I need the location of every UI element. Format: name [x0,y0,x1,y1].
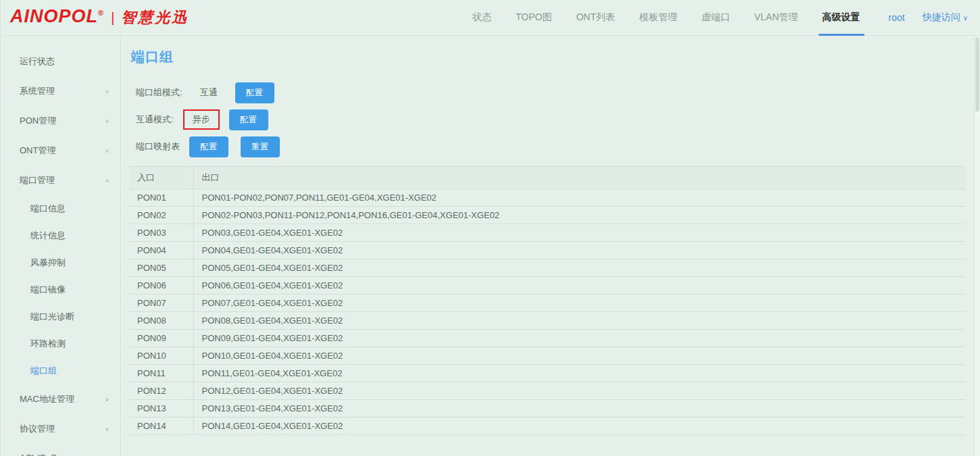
table-row: PON03 PON03,GE01-GE04,XGE01-XGE02 [129,224,965,242]
top-nav-tab-label: ONT列表 [576,11,615,24]
setting-label: 端口映射表 [136,141,180,153]
sidebar-item[interactable]: 端口镜像 [1,276,120,303]
sidebar-item-label: 端口镜像 [30,284,109,296]
top-nav-tab[interactable]: 高级设置 [823,0,860,36]
setting-value: 异步 [183,109,220,130]
sidebar-item[interactable]: ONT管理 ∨ [1,136,120,166]
top-nav-tab-label: 模板管理 [639,11,677,24]
table-row: PON12 PON12,GE01-GE04,XGE01-XGE02 [129,382,965,400]
sidebar-item[interactable]: 统计信息 [1,222,120,249]
ingress-port-cell: PON07 [129,295,193,312]
chevron-icon: ∨ [105,118,109,124]
table-row: PON14 PON14,GE01-GE04,XGE01-XGE02 [129,417,965,435]
sidebar-item[interactable]: 系统管理 ∨ [1,76,120,106]
logo-divider: | [111,10,114,26]
top-nav-tab-label: 虚端口 [702,11,730,24]
setting-actions: 配置重置 [189,136,292,157]
page-title: 端口组 [131,48,965,66]
table-header-row: 入口 出口 [129,167,965,189]
port-mapping-table: 入口 出口 PON01 PON01-PON02,PON07,PON11,GE01… [129,166,965,435]
ingress-port-cell: PON14 [129,417,193,435]
egress-ports-cell: PON11,GE01-GE04,XGE01-XGE02 [193,365,965,382]
sidebar-item-label: 端口信息 [30,203,109,215]
sidebar-item[interactable]: PON管理 ∨ [1,106,120,136]
sidebar-menu: 运行状态 系统管理 ∨ PON管理 ∨ ONT管理 ∨ 端口管理 ∧ 端口信息 … [1,36,121,456]
ingress-port-cell: PON13 [129,400,193,417]
sidebar-item[interactable]: 运行状态 [1,47,120,76]
column-header-ingress: 入口 [129,167,193,189]
top-nav-tab[interactable]: VLAN管理 [754,0,798,36]
ingress-port-cell: PON04 [129,242,193,259]
setting-actions: 配置 [229,109,280,130]
egress-ports-cell: PON05,GE01-GE04,XGE01-XGE02 [193,259,965,277]
table-row: PON04 PON04,GE01-GE04,XGE01-XGE02 [129,242,965,259]
registered-trademark-icon: ® [98,9,104,17]
sidebar-item[interactable]: 环路检测 [1,330,120,357]
action-button[interactable]: 配置 [229,109,268,130]
brand-logo: AINOPOL® | 智慧光迅 [10,7,189,28]
egress-ports-cell: PON08,GE01-GE04,XGE01-XGE02 [193,312,965,330]
sidebar-item-label: 系统管理 [20,85,105,97]
user-account-link[interactable]: root [889,12,905,23]
table-row: PON10 PON10,GE01-GE04,XGE01-XGE02 [129,347,965,365]
quick-access-menu[interactable]: 快捷访问∨ [923,11,968,24]
chevron-icon: ∨ [105,426,109,432]
vertical-scrollbar[interactable] [974,36,980,456]
table-row: PON08 PON08,GE01-GE04,XGE01-XGE02 [129,312,965,330]
sidebar-item[interactable]: 端口组 [1,357,120,384]
ingress-port-cell: PON03 [129,224,193,242]
sidebar-item-label: MAC地址管理 [20,393,105,405]
sidebar-item[interactable]: 风暴抑制 [1,249,120,276]
action-button[interactable]: 配置 [235,82,274,103]
sidebar-item[interactable]: MAC地址管理 ∨ [1,384,120,414]
ingress-port-cell: PON12 [129,382,193,400]
action-button[interactable]: 重置 [241,136,280,157]
sidebar-item[interactable]: 端口光诊断 [1,303,120,330]
top-nav-tab[interactable]: TOPO图 [516,0,552,36]
egress-ports-cell: PON03,GE01-GE04,XGE01-XGE02 [193,224,965,242]
egress-ports-cell: PON09,GE01-GE04,XGE01-XGE02 [193,330,965,347]
ingress-port-cell: PON10 [129,347,193,365]
top-nav-tab[interactable]: 虚端口 [702,0,730,36]
egress-ports-cell: PON06,GE01-GE04,XGE01-XGE02 [193,277,965,295]
sidebar-item[interactable]: 协议管理 ∨ [1,414,120,444]
egress-ports-cell: PON12,GE01-GE04,XGE01-XGE02 [193,382,965,400]
ingress-port-cell: PON05 [129,259,193,277]
top-nav-tab[interactable]: ONT列表 [576,0,615,36]
setting-label: 互通模式: [136,113,174,126]
ingress-port-cell: PON06 [129,277,193,295]
sidebar-item[interactable]: 端口管理 ∧ [1,166,120,195]
chevron-down-icon: ∨ [963,14,968,22]
top-nav-tab[interactable]: 状态 [472,0,491,36]
table-row: PON07 PON07,GE01-GE04,XGE01-XGE02 [129,295,965,312]
table-row: PON13 PON13,GE01-GE04,XGE01-XGE02 [129,400,965,417]
column-header-egress: 出口 [193,167,965,189]
sidebar-item[interactable]: ACL/QoS ∨ [1,444,120,456]
sidebar-item-label: 端口组 [30,365,109,377]
chevron-icon: ∧ [105,178,109,184]
table-row: PON09 PON09,GE01-GE04,XGE01-XGE02 [129,330,965,347]
ingress-port-cell: PON11 [129,365,193,382]
top-nav-tab[interactable]: 模板管理 [639,0,677,36]
setting-value: 互通 [192,84,226,101]
top-navigation: 状态 TOPO图 ONT列表 模板管理 虚端口 VLAN管理 高级设置 root… [472,0,968,36]
sidebar-item-label: 统计信息 [30,230,109,242]
egress-ports-cell: PON13,GE01-GE04,XGE01-XGE02 [193,400,965,417]
main-content: 端口组 端口组模式: 互通 配置 互通模式: 异步 配置 端口映射表 配置重置 [121,36,980,456]
scrollbar-thumb[interactable] [975,37,979,111]
egress-ports-cell: PON14,GE01-GE04,XGE01-XGE02 [193,417,965,435]
table-row: PON01 PON01-PON02,PON07,PON11,GE01-GE04,… [129,189,965,207]
ingress-port-cell: PON02 [129,207,193,224]
egress-ports-cell: PON07,GE01-GE04,XGE01-XGE02 [193,295,965,312]
sidebar-item-label: 风暴抑制 [30,257,109,269]
chevron-icon: ∨ [105,148,109,154]
chevron-icon: ∨ [105,397,109,403]
top-nav-tab-label: TOPO图 [516,11,552,24]
top-nav-tab-label: VLAN管理 [754,11,798,24]
chevron-icon: ∨ [105,88,109,95]
sidebar-item[interactable]: 端口信息 [1,195,120,222]
sidebar-item-label: 环路检测 [30,338,109,350]
action-button[interactable]: 配置 [189,136,228,157]
egress-ports-cell: PON10,GE01-GE04,XGE01-XGE02 [193,347,965,365]
egress-ports-cell: PON04,GE01-GE04,XGE01-XGE02 [193,242,965,259]
